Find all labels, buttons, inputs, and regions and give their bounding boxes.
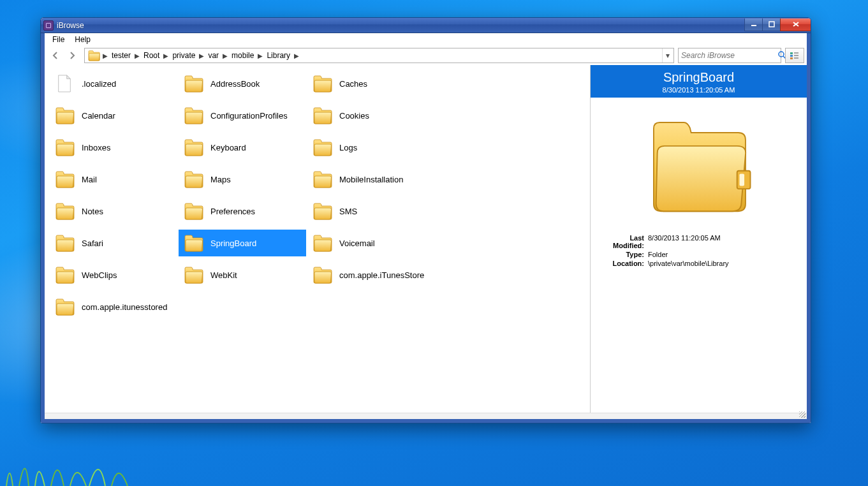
prop-value-type: Folder <box>648 251 798 258</box>
menubar: File Help <box>45 33 807 46</box>
chevron-right-icon: ▶ <box>293 52 300 59</box>
item-label: Mail <box>82 175 97 184</box>
folder-icon <box>310 105 334 126</box>
folder-icon <box>181 232 205 254</box>
item-label: AddressBook <box>210 79 260 89</box>
folder-icon <box>52 296 77 318</box>
item-label: WebClips <box>82 270 117 280</box>
svg-point-6 <box>779 52 784 57</box>
maximize-button[interactable] <box>762 18 780 31</box>
search-input[interactable] <box>681 51 777 60</box>
item-label: Preferences <box>210 207 255 216</box>
folder-item[interactable]: WebKit <box>179 261 306 288</box>
nav-back-button[interactable] <box>47 48 64 63</box>
folder-item[interactable]: Cookies <box>307 102 435 129</box>
prop-label-location: Location: <box>600 260 648 267</box>
item-label: Cookies <box>339 111 369 121</box>
breadcrumb-segment[interactable]: Library <box>264 51 293 60</box>
item-label: Keyboard <box>210 143 246 152</box>
item-label: SMS <box>339 207 357 216</box>
folder-item[interactable]: Caches <box>307 70 435 97</box>
statusbar-resize-grip[interactable] <box>45 413 807 419</box>
details-title: SpringBoard <box>594 70 803 85</box>
close-button[interactable] <box>780 18 811 31</box>
folder-icon <box>52 168 77 190</box>
breadcrumb-bar[interactable]: ▶ tester ▶ Root ▶ private ▶ var ▶ mobile… <box>84 48 674 63</box>
item-label: Safari <box>82 239 103 248</box>
folder-item[interactable]: Notes <box>50 198 177 225</box>
folder-icon <box>310 73 334 94</box>
folder-item[interactable]: Safari <box>50 230 177 256</box>
folder-item[interactable]: Calendar <box>50 102 177 129</box>
folder-icon <box>52 105 77 126</box>
window-controls <box>744 18 811 31</box>
breadcrumb-segment[interactable]: var <box>205 51 221 60</box>
folder-icon <box>310 168 334 190</box>
chevron-right-icon: ▶ <box>221 52 229 59</box>
item-label: Inboxes <box>82 143 111 152</box>
folder-item[interactable]: AddressBook <box>179 70 306 97</box>
folder-icon <box>310 136 334 158</box>
chevron-right-icon: ▶ <box>162 52 170 59</box>
file-item[interactable]: .localized <box>50 70 177 97</box>
folder-item[interactable]: Preferences <box>179 198 306 225</box>
svg-rect-3 <box>769 22 774 27</box>
folder-item[interactable]: Inboxes <box>50 134 177 161</box>
folder-item[interactable]: com.apple.iTunesStore <box>307 261 435 288</box>
breadcrumb-root-icon[interactable] <box>87 50 100 61</box>
folder-item[interactable]: Keyboard <box>179 134 306 161</box>
prop-value-location: \private\var\mobile\Library <box>648 260 798 267</box>
chevron-right-icon: ▶ <box>133 52 141 59</box>
app-window: iBrowse File Help ▶ tester ▶ Root ▶ <box>40 17 811 423</box>
folder-item[interactable]: Mail <box>50 166 177 193</box>
chevron-right-icon: ▶ <box>256 52 264 59</box>
breadcrumb-segment[interactable]: tester <box>109 51 133 60</box>
file-icon <box>52 73 77 94</box>
breadcrumb-segment[interactable]: Root <box>141 51 162 60</box>
titlebar[interactable]: iBrowse <box>41 18 811 33</box>
menu-file[interactable]: File <box>47 34 70 45</box>
prop-value-modified: 8/30/2013 11:20:05 AM <box>648 234 798 249</box>
folder-item[interactable]: ConfigurationProfiles <box>179 102 306 129</box>
folder-icon <box>181 168 205 190</box>
item-label: Calendar <box>82 111 115 121</box>
folder-item[interactable]: Voicemail <box>307 230 435 256</box>
item-label: Logs <box>339 143 357 152</box>
folder-icon <box>310 264 334 286</box>
navbar: ▶ tester ▶ Root ▶ private ▶ var ▶ mobile… <box>45 46 807 65</box>
folder-item[interactable]: WebClips <box>50 261 177 288</box>
nav-forward-button[interactable] <box>64 48 80 63</box>
folder-icon <box>181 105 205 126</box>
item-label: com.apple.itunesstored <box>82 302 167 312</box>
item-label: Maps <box>210 175 231 184</box>
file-grid[interactable]: .localizedCalendarInboxesMailNotesSafari… <box>45 65 590 413</box>
folder-icon <box>52 136 77 158</box>
view-options-button[interactable] <box>785 48 804 63</box>
search-box[interactable] <box>678 48 781 63</box>
breadcrumb-dropdown[interactable]: ▾ <box>662 48 672 63</box>
folder-item[interactable]: MobileInstallation <box>307 166 435 193</box>
menu-help[interactable]: Help <box>70 34 96 45</box>
breadcrumb-segment[interactable]: mobile <box>229 51 256 60</box>
folder-item[interactable]: Logs <box>307 134 435 161</box>
details-large-folder-icon <box>591 98 807 234</box>
folder-item[interactable]: SpringBoard <box>179 230 306 256</box>
folder-item[interactable]: Maps <box>179 166 306 193</box>
prop-label-modified: Last Modified: <box>600 234 648 249</box>
item-label: Caches <box>339 79 367 89</box>
svg-rect-10 <box>790 57 793 59</box>
chevron-right-icon: ▶ <box>198 52 205 59</box>
folder-item[interactable]: com.apple.itunesstored <box>50 293 177 320</box>
item-label: Notes <box>82 207 103 216</box>
folder-icon <box>310 200 334 222</box>
chevron-right-icon: ▶ <box>101 52 109 59</box>
item-label: Voicemail <box>339 239 375 248</box>
breadcrumb-segment[interactable]: private <box>170 51 198 60</box>
folder-item[interactable]: SMS <box>307 198 435 225</box>
folder-icon <box>310 232 334 254</box>
minimize-button[interactable] <box>744 18 762 31</box>
item-label: WebKit <box>210 270 237 280</box>
folder-icon <box>181 136 205 158</box>
folder-icon <box>181 200 205 222</box>
folder-icon <box>181 264 205 286</box>
